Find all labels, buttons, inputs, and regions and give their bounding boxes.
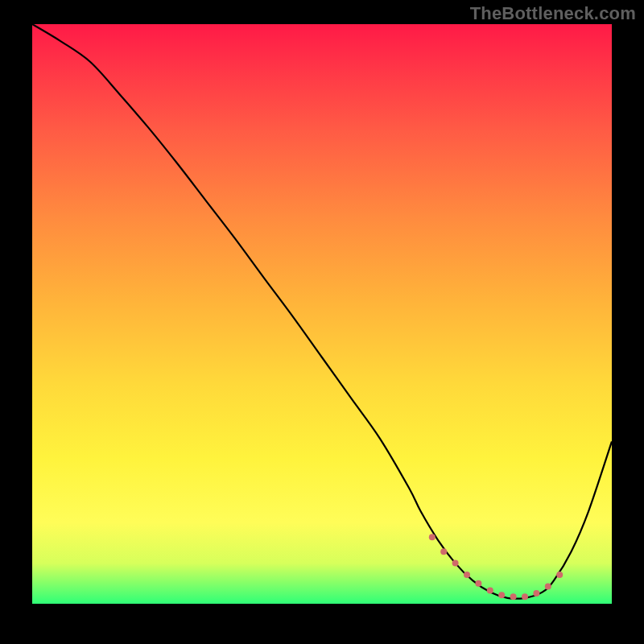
bottleneck-curve [32,24,612,599]
watermark-text: TheBottleneck.com [470,3,636,24]
plot-area [32,24,612,604]
chart-svg [32,24,612,604]
marker-point [487,587,493,593]
chart-frame: TheBottleneck.com [0,0,644,644]
marker-point [452,560,459,567]
marker-point [545,583,551,589]
marker-point [556,572,563,578]
marker-point [440,548,447,555]
marker-point [498,592,505,598]
marker-point [510,593,517,600]
marker-point [475,580,481,587]
marker-point [464,572,470,578]
marker-point [429,534,436,540]
marker-point [522,593,528,600]
marker-point [533,590,539,597]
optimal-range-markers [429,534,563,600]
